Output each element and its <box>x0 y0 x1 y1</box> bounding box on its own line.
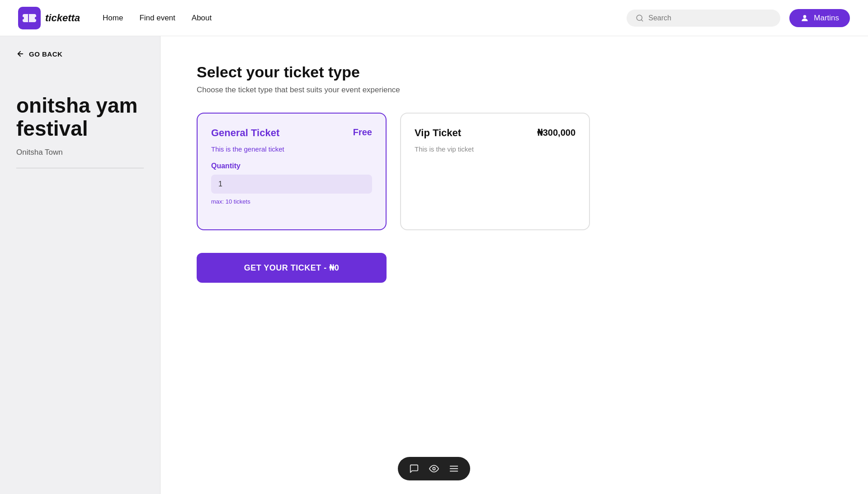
ticket-general-desc: This is the general ticket <box>211 145 372 153</box>
event-title: onitsha yam festival <box>16 94 144 140</box>
go-back-label: GO BACK <box>29 50 62 58</box>
get-ticket-button[interactable]: GET YOUR TICKET - ₦0 <box>197 253 387 283</box>
menu-icon[interactable] <box>448 463 459 474</box>
sidebar: GO BACK onitsha yam festival Onitsha Tow… <box>0 36 160 494</box>
ticket-general-name: General Ticket <box>211 127 279 139</box>
sidebar-divider <box>16 168 144 168</box>
event-location: Onitsha Town <box>16 148 144 157</box>
nav-about[interactable]: About <box>192 14 212 22</box>
nav-find-event[interactable]: Find event <box>139 14 175 22</box>
search-box[interactable] <box>627 10 780 27</box>
eye-icon[interactable] <box>429 463 439 474</box>
logo-text: ticketta <box>45 12 80 24</box>
quantity-max: max: 10 tickets <box>211 198 372 205</box>
svg-point-6 <box>433 467 435 470</box>
ticket-card-vip-header: Vip Ticket ₦300,000 <box>415 127 576 139</box>
floating-toolbar <box>398 457 470 480</box>
quantity-input[interactable] <box>211 175 372 194</box>
chat-icon[interactable] <box>409 463 420 474</box>
ticket-vip-price: ₦300,000 <box>537 127 576 138</box>
user-button[interactable]: Martins <box>789 9 850 27</box>
nav-links: Home Find event About <box>103 14 627 23</box>
logo-icon <box>18 7 41 29</box>
arrow-left-icon <box>16 50 24 58</box>
search-icon <box>636 14 644 22</box>
section-title: Select your ticket type <box>197 63 832 81</box>
svg-line-3 <box>642 19 643 21</box>
svg-point-4 <box>803 15 807 18</box>
user-button-label: Martins <box>814 14 839 23</box>
tickets-row: General Ticket Free This is the general … <box>197 113 832 230</box>
ticket-card-general[interactable]: General Ticket Free This is the general … <box>197 113 387 230</box>
main-content: Select your ticket type Choose the ticke… <box>160 36 868 494</box>
logo-link[interactable]: ticketta <box>18 7 80 29</box>
navbar: ticketta Home Find event About Martins <box>0 0 868 36</box>
nav-home[interactable]: Home <box>103 14 123 22</box>
go-back-link[interactable]: GO BACK <box>16 50 144 58</box>
ticket-general-price: Free <box>353 127 372 138</box>
page-layout: GO BACK onitsha yam festival Onitsha Tow… <box>0 36 868 494</box>
ticket-card-general-header: General Ticket Free <box>211 127 372 139</box>
section-subtitle: Choose the ticket type that best suits y… <box>197 86 832 95</box>
ticket-card-vip[interactable]: Vip Ticket ₦300,000 This is the vip tick… <box>400 113 590 230</box>
quantity-label: Quantity <box>211 162 372 170</box>
user-icon <box>800 14 809 23</box>
nav-right: Martins <box>627 9 850 27</box>
search-input[interactable] <box>648 14 771 22</box>
ticket-vip-name: Vip Ticket <box>415 127 461 139</box>
ticket-vip-desc: This is the vip ticket <box>415 145 576 153</box>
svg-rect-1 <box>28 14 29 22</box>
